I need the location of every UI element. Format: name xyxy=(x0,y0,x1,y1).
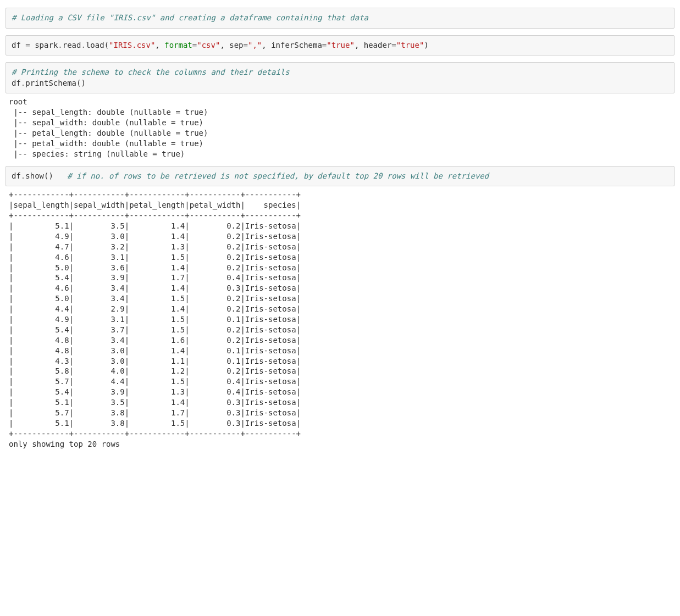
ident-df: df xyxy=(12,41,25,49)
show-output: +------------+-----------+------------+-… xyxy=(5,186,675,449)
comment: # Loading a CSV file "IRIS.csv" and crea… xyxy=(12,13,368,22)
str-true: "true" xyxy=(396,41,424,49)
comma: , xyxy=(155,41,164,49)
ident-spark: spark xyxy=(30,41,58,49)
comment: # Printing the schema to check the colum… xyxy=(12,68,290,76)
op-dot: . xyxy=(58,41,62,49)
ident-df: df xyxy=(12,171,21,180)
code-input-1[interactable]: # Loading a CSV file "IRIS.csv" and crea… xyxy=(5,8,675,29)
comma: , xyxy=(220,41,229,49)
code-cell-3[interactable]: # Printing the schema to check the colum… xyxy=(5,62,675,159)
code-cell-1[interactable]: # Loading a CSV file "IRIS.csv" and crea… xyxy=(5,8,675,29)
str-sep: "," xyxy=(248,41,262,49)
schema-output: root |-- sepal_length: double (nullable … xyxy=(5,93,675,159)
ident-header: header xyxy=(364,41,392,49)
code-input-4[interactable]: df.show() # if no. of rows to be retriev… xyxy=(5,166,675,187)
op-eq: = xyxy=(25,41,30,49)
code-input-2[interactable]: df = spark.read.load("IRIS.csv", format=… xyxy=(5,35,675,56)
code-cell-4[interactable]: df.show() # if no. of rows to be retriev… xyxy=(5,166,675,449)
code-input-3[interactable]: # Printing the schema to check the colum… xyxy=(5,62,675,93)
ident-printschema: printSchema xyxy=(25,79,76,87)
comma: , xyxy=(262,41,271,49)
rparen: ) xyxy=(424,41,428,49)
op-eq: = xyxy=(244,41,248,49)
comment: # if no. of rows to be retrieved is not … xyxy=(67,171,489,180)
str-iris: "IRIS.csv" xyxy=(109,41,155,49)
lparen: ( xyxy=(104,41,109,49)
space xyxy=(53,171,67,180)
ident-inferschema: inferSchema xyxy=(271,41,322,49)
ident-show: show xyxy=(25,171,44,180)
str-csv: "csv" xyxy=(197,41,220,49)
op-dot: . xyxy=(81,41,85,49)
str-true: "true" xyxy=(327,41,355,49)
op-eq: = xyxy=(192,41,197,49)
ident-sep: sep xyxy=(229,41,243,49)
ident-df: df xyxy=(12,79,21,87)
rparen: ) xyxy=(81,79,85,87)
kw-format: format xyxy=(164,41,192,49)
ident-read: read xyxy=(63,41,81,49)
ident-load: load xyxy=(86,41,104,49)
op-eq: = xyxy=(391,41,396,49)
code-cell-2[interactable]: df = spark.read.load("IRIS.csv", format=… xyxy=(5,35,675,56)
comma: , xyxy=(355,41,364,49)
rparen: ) xyxy=(48,171,53,180)
